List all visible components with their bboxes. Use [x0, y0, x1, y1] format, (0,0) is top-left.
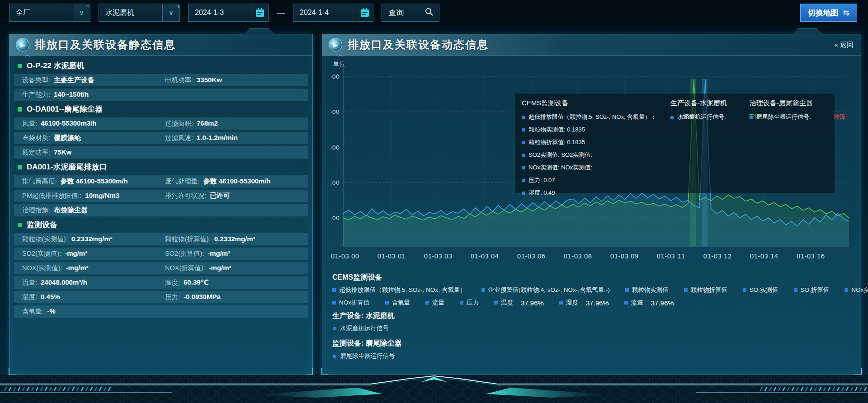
- date-from-input[interactable]: 2024-1-3: [188, 4, 269, 22]
- field-label: SO2(实测值):: [22, 249, 61, 258]
- legend-item[interactable]: SO:实测值: [743, 286, 778, 294]
- legend-item[interactable]: 压力: [460, 299, 479, 307]
- panel-tab-decoration: [237, 28, 281, 34]
- x-tick-label: 01-03 09: [610, 253, 639, 260]
- field-label: 生产能力:: [22, 90, 50, 99]
- query-button[interactable]: 查询: [382, 4, 439, 22]
- field-label: NOX(折算值):: [165, 264, 205, 272]
- legend-item[interactable]: 温度37.96%: [494, 299, 544, 307]
- legend-marker-icon: [743, 288, 746, 292]
- legend-item[interactable]: 颗粒物折算值: [684, 286, 727, 294]
- x-tick-label: 01-03 01: [377, 253, 406, 260]
- green-square-icon: [18, 223, 22, 227]
- legend-marker-icon: [425, 301, 429, 305]
- table-row: 含氧量:-%: [14, 305, 308, 318]
- field-value: 75Kw: [54, 148, 71, 156]
- field-value: 60.39℃: [184, 278, 209, 286]
- y-tick-label: 500: [331, 73, 340, 80]
- signal-label: 水泥磨机运行信号:: [677, 113, 726, 121]
- legend-item[interactable]: SO:折算值: [794, 286, 830, 294]
- tooltip-row-label: 颗粒物实测值: 0.1835: [528, 126, 585, 134]
- field-label: 额定功率:: [22, 148, 50, 157]
- field: 电机功率:3350Kw: [165, 76, 308, 84]
- legend-item[interactable]: 超低排放限值（颗拉物:5: SOz-; NOx; 含氧量）: [332, 286, 466, 294]
- legend-item[interactable]: NOx实测值: [844, 286, 868, 294]
- status-badge: 故障: [834, 113, 845, 121]
- legend-item[interactable]: 湿度37.96%: [559, 299, 609, 307]
- field-value: -mg/m³: [209, 264, 231, 272]
- field-value: 0.2332mg/m³: [71, 235, 113, 243]
- field-label: 颗粒物(实测值):: [22, 235, 68, 244]
- table-row: NOX(实测值):-mg/m³NOX(折算值):-mg/m³: [14, 262, 308, 274]
- legend-item[interactable]: 流量: [425, 299, 444, 307]
- chevron-down-icon[interactable]: ∨: [73, 4, 90, 21]
- field: SO2(折算值):-mg/m³: [165, 249, 308, 258]
- device-signal-item[interactable]: 水泥磨机运行信号: [333, 324, 853, 333]
- field-label: 湿度:: [22, 293, 37, 301]
- field-value: -mg/m³: [208, 249, 230, 257]
- legend-item[interactable]: 含氧量: [385, 299, 410, 307]
- query-button-label: 查询: [382, 8, 425, 18]
- tooltip-row: 颗粒物实测值: 0.1835: [522, 126, 694, 134]
- table-row: 流量:24048.000m³/h温度:60.39℃: [14, 276, 308, 289]
- corner-bracket: [306, 368, 313, 375]
- x-tick-label: 01-03 12: [703, 253, 732, 260]
- calendar-icon[interactable]: [356, 4, 373, 21]
- legend-marker-icon: [624, 301, 628, 305]
- calendar-icon[interactable]: [251, 4, 268, 21]
- field: 流量:24048.000m³/h: [22, 278, 165, 287]
- back-button[interactable]: « 返回: [834, 41, 854, 49]
- chevron-down-icon[interactable]: ∨: [162, 4, 179, 21]
- field-label: PM超低排排放限值::: [22, 192, 81, 200]
- tooltip-row-label: SO2实测值: SO2实测值:: [528, 151, 592, 159]
- field-label: SO2(折算值):: [165, 249, 204, 258]
- search-icon: [425, 7, 434, 18]
- field-value: 参数 46100-55300m/h: [61, 177, 128, 186]
- field: 设备类型:主要生产设备: [22, 76, 165, 84]
- chevron-decoration: ︿: [25, 51, 30, 59]
- table-row: 湿度:0.45%压力:-0.0930MPa: [14, 291, 308, 303]
- tooltip-row: SO2实测值: SO2实测值:: [522, 151, 694, 159]
- legend-item-label: 颗粒物实测值: [632, 286, 669, 294]
- switch-map-button[interactable]: 切换地图 ⇆: [800, 4, 857, 22]
- legend-item[interactable]: 企业预警值(颗粒物:4; sOz-; NOx-;含氧气量:-): [481, 286, 610, 294]
- field-label: 排污许可状况:: [165, 192, 206, 200]
- field-value: -%: [47, 307, 56, 315]
- tooltip-cems-title: CEMS监测设备: [522, 99, 694, 108]
- device-signal-item[interactable]: 磨尾除尘器运行信号: [333, 352, 853, 360]
- device-section-title: 生产设备: 水泥磨机: [332, 311, 853, 321]
- plant-select-value: 全厂: [9, 8, 73, 18]
- field-label: 过滤面积:: [165, 119, 193, 128]
- section-heading: O-P-22 水泥磨机: [14, 60, 308, 72]
- field-value: 0.2332mg/m³: [214, 235, 255, 243]
- legend-item[interactable]: 颗粒物实测值: [625, 286, 669, 294]
- legend-item-label: 温度: [501, 299, 513, 307]
- legend-marker-icon: [625, 288, 629, 292]
- y-tick-label: 100: [331, 215, 340, 221]
- chart-tooltip: CEMS监测设备 超低排放限值（颗拉物:5: SOz-; NOx; 含氧量）：1…: [515, 94, 835, 193]
- legend-row: 超低排放限值（颗拉物:5: SOz-; NOx; 含氧量）企业预警值(颗粒物:4…: [332, 286, 853, 294]
- device-select[interactable]: 水泥磨机 ∨: [99, 4, 180, 22]
- field: 颗粒物(折算值):0.2332mg/m³: [165, 235, 308, 244]
- field-value: 24048.000m³/h: [41, 278, 87, 286]
- legend-item[interactable]: NOx折算值: [332, 299, 370, 307]
- legend-marker-icon: [494, 301, 498, 305]
- field: 湿度:0.45%: [22, 293, 165, 301]
- green-square-icon: [18, 64, 22, 68]
- legend-item[interactable]: 流速37.96%: [624, 299, 674, 307]
- tooltip-row-label: 超低排放限值（颗拉物:5: SOz-; NOx; 含氧量）：: [528, 113, 656, 121]
- field-value: 布袋除尘器: [54, 206, 88, 215]
- field-label: 颗粒物(折算值):: [165, 235, 211, 244]
- plant-select[interactable]: 全厂 ∨: [9, 4, 90, 22]
- tooltip-row: 颗粒物折算值: 0.1835: [522, 138, 694, 146]
- date-to-input[interactable]: 2024-1-4: [293, 4, 373, 22]
- section-heading-label: 监测设备: [27, 220, 57, 230]
- legend-item-value: 37.96%: [651, 299, 674, 307]
- tooltip-row-label: NOx实测值: NOx实测值:: [528, 164, 592, 172]
- dynamic-info-panel: ▶ 排放口及关联设备动态信息 ︿ « 返回 单位5004003002001000…: [322, 34, 861, 375]
- table-row: 颗粒物(实测值):0.2332mg/m³颗粒物(折算值):0.2332mg/m³: [14, 233, 308, 245]
- table-row: 设备类型:主要生产设备电机功率:3350Kw: [14, 74, 308, 86]
- legend-item-label: 压力: [467, 299, 479, 307]
- legend-marker-icon: [385, 301, 389, 305]
- x-tick-label: 01-03 00: [331, 253, 359, 260]
